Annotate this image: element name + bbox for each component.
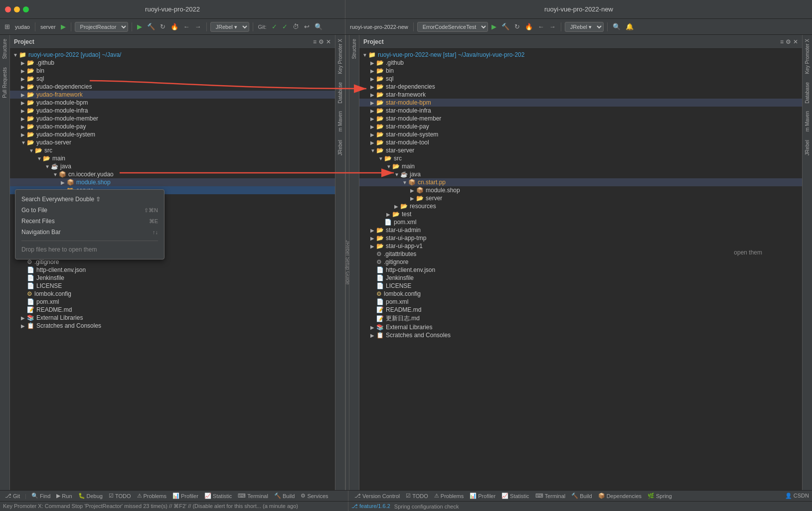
tree-item-module-shop[interactable]: ▶ 📦 module.shop <box>10 178 335 186</box>
tree-item-scratches[interactable]: ▶ 📋 Scratches and Consoles <box>10 322 335 330</box>
r-tree-item-star-module-member[interactable]: ▶ 📂 star-module-member <box>359 115 802 123</box>
maven-tab-left[interactable]: m Maven <box>336 107 344 135</box>
tree-item-pom[interactable]: 📄 pom.xml <box>10 298 335 306</box>
key-promoter-tab-left[interactable]: Key Promoter X <box>336 35 344 78</box>
tree-item-http-client[interactable]: 📄 http-client.env.json <box>10 266 335 274</box>
r-tree-item-readme[interactable]: 📝 README.md <box>359 306 802 314</box>
jrebel-side-tab-left[interactable]: JRebel <box>336 136 344 159</box>
left-file-tree[interactable]: ▼ 📁 ruoyi-vue-pro-2022 [yudao] ~/Java/ ▶… <box>10 49 335 490</box>
tree-item-license[interactable]: 📄 LICENSE <box>10 282 335 290</box>
r-tree-item-github[interactable]: ▶ 📂 .github <box>359 59 802 67</box>
r-tree-item-module-shop[interactable]: ▶ 📦 module.shop <box>359 186 802 194</box>
r-tree-item-star-module-tool[interactable]: ▶ 📂 star-module-tool <box>359 138 802 146</box>
r-reload-btn[interactable]: ↻ <box>513 22 521 31</box>
problems-right-btn[interactable]: ⚠ Problems <box>432 492 466 500</box>
search-icon[interactable]: 🔍 <box>313 22 324 31</box>
reload-btn[interactable]: ↻ <box>159 22 167 31</box>
statistic-status-btn-left[interactable]: 📈 Statistic <box>202 492 234 500</box>
r-tree-item-license[interactable]: 📄 LICENSE <box>359 282 802 290</box>
terminal-status-btn-left[interactable]: ⌨ Terminal <box>236 492 270 500</box>
r-tree-item-pom-server[interactable]: 📄 pom.xml <box>359 218 802 226</box>
r-tree-item-java[interactable]: ▼ ☕ java <box>359 170 802 178</box>
r-tree-item-cn-start[interactable]: ▼ 📦 cn.start.pp <box>359 178 802 186</box>
r-tree-item-star-framework[interactable]: ▶ 📂 star-framework <box>359 91 802 99</box>
git-status-btn[interactable]: ⎇ Git <box>3 492 22 500</box>
run-icon[interactable]: ▶ <box>59 22 67 31</box>
tree-item-github[interactable]: ▶ 📂 .github <box>10 59 335 67</box>
r-tree-item-external-libs[interactable]: ▶ 📚 External Libraries <box>359 323 802 331</box>
r-tree-item-jenkinsfile[interactable]: 📄 Jenkinsfile <box>359 274 802 282</box>
right-file-tree[interactable]: ▼ 📁 ruoyi-vue-pro-2022-new [star] ~/Java… <box>359 49 802 490</box>
r-tree-item-bin[interactable]: ▶ 📂 bin <box>359 67 802 75</box>
hotswap-btn[interactable]: 🔥 <box>169 22 180 31</box>
r-tree-item-main[interactable]: ▼ 📂 main <box>359 162 802 170</box>
build-btn[interactable]: 🔨 <box>146 22 157 31</box>
r-tree-item-server[interactable]: ▶ 📂 server <box>359 194 802 202</box>
jrebel-dropdown-left[interactable]: JRebel ▾ <box>210 22 249 32</box>
r-tree-item-star-module-pay[interactable]: ▶ 📂 star-module-pay <box>359 123 802 130</box>
recent-files-item[interactable]: Recent Files ⌘E <box>21 216 158 227</box>
r-tree-item-star-ui-admin[interactable]: ▶ 📂 star-ui-admin <box>359 226 802 234</box>
jrebel-side-tab-right[interactable]: JRebel <box>804 136 811 159</box>
r-back-btn[interactable]: ← <box>536 22 546 31</box>
collapse-all-icon-right[interactable]: ≡ <box>780 38 784 45</box>
build-status-btn-left[interactable]: 🔨 Build <box>272 492 297 500</box>
git-undo[interactable]: ↩ <box>303 22 311 31</box>
r-hotswap-btn[interactable]: 🔥 <box>523 22 534 31</box>
play-btn[interactable]: ▶ <box>136 22 144 31</box>
search-everywhere-item[interactable]: Search Everywhere Double ⇧ <box>21 194 158 205</box>
tree-item-external-libs[interactable]: ▶ 📚 External Libraries <box>10 314 335 322</box>
tree-item-sql[interactable]: ▶ 📂 sql <box>10 75 335 83</box>
r-tree-item-star-ui-app-tmp[interactable]: ▶ 📂 star-ui-app-tmp <box>359 234 802 242</box>
r-tree-item-star-module-infra[interactable]: ▶ 📂 star-module-infra <box>359 107 802 115</box>
go-to-file-item[interactable]: Go to File ⇧⌘N <box>21 205 158 216</box>
tree-item-yudao-module-infra[interactable]: ▶ 📂 yudao-module-infra <box>10 107 335 115</box>
terminal-right-btn[interactable]: ⌨ Terminal <box>533 492 568 500</box>
r-tree-item-update-log[interactable]: 📝 更新日志.md <box>359 314 802 323</box>
error-code-dropdown[interactable]: ErrorCodeServiceTest <box>417 22 488 32</box>
pull-requests-tab[interactable]: Pull Requests <box>1 63 8 102</box>
r-tree-item-resources[interactable]: ▶ 📂 resources <box>359 202 802 210</box>
tree-item-readme[interactable]: 📝 README.md <box>10 306 335 314</box>
problems-status-btn[interactable]: ⚠ Problems <box>135 492 168 500</box>
todo-status-btn[interactable]: ☑ TODO <box>107 492 133 500</box>
version-control-btn[interactable]: ⎇ Version Control <box>352 492 402 500</box>
r-tree-item-star-module-bpm[interactable]: ▶ 📂 star-module-bpm <box>359 99 802 107</box>
minimize-button[interactable] <box>14 6 20 12</box>
project-reactor-dropdown[interactable]: ProjectReactor <box>75 22 128 32</box>
tree-item-lombok[interactable]: ⚙ lombok.config <box>10 290 335 298</box>
profiler-status-btn[interactable]: 📊 Profiler <box>170 492 200 500</box>
tree-item-cn-iocoder[interactable]: ▼ 📦 cn.iocoder.yudao <box>10 170 335 178</box>
jrebel-dropdown-right[interactable]: JRebel ▾ <box>565 22 604 32</box>
tree-item-yudao-server[interactable]: ▼ 📂 yudao-server <box>10 138 335 146</box>
services-status-btn[interactable]: ⚙ Services <box>299 492 330 500</box>
database-tab-right[interactable]: Database <box>804 78 811 108</box>
r-tree-item-scratches[interactable]: ▶ 📋 Scratches and Consoles <box>359 331 802 339</box>
maven-tab-right[interactable]: m Maven <box>804 107 811 135</box>
window-controls[interactable] <box>5 6 29 12</box>
tree-item-yudao-module-bpm[interactable]: ▶ 📂 yudao-module-bpm <box>10 99 335 107</box>
database-tab-left[interactable]: Database <box>336 78 344 108</box>
structure-tab-left[interactable]: Structure <box>1 35 8 63</box>
back-btn[interactable]: ← <box>182 22 191 31</box>
todo-right-btn[interactable]: ☑ TODO <box>404 492 430 500</box>
r-tree-item-star-deps[interactable]: ▶ 📂 star-dependencies <box>359 83 802 91</box>
collapse-all-icon[interactable]: ≡ <box>313 38 317 45</box>
tree-item-main[interactable]: ▼ 📂 main <box>10 154 335 162</box>
tree-item-yudao-deps[interactable]: ▶ 📂 yudao-dependencies <box>10 83 335 91</box>
r-tree-item-sql[interactable]: ▶ 📂 sql <box>359 75 802 83</box>
r-notifications-icon[interactable]: 🔔 <box>624 22 635 31</box>
r-fwd-btn[interactable]: → <box>548 22 557 31</box>
find-status-btn[interactable]: 🔍 Find <box>29 492 52 500</box>
r-tree-item-test[interactable]: ▶ 📂 test <box>359 210 802 218</box>
r-tree-item-http-client[interactable]: 📄 http-client.env.json <box>359 266 802 274</box>
settings-icon-right[interactable]: ⚙ <box>786 38 791 45</box>
r-tree-item-star-server[interactable]: ▼ 📂 star-server <box>359 146 802 154</box>
tree-item-java[interactable]: ▼ ☕ java <box>10 162 335 170</box>
tree-root-right[interactable]: ▼ 📁 ruoyi-vue-pro-2022-new [star] ~/Java… <box>359 51 802 59</box>
r-play-btn[interactable]: ▶ <box>490 22 498 31</box>
statistic-right-btn[interactable]: 📈 Statistic <box>499 492 531 500</box>
navigation-bar-item[interactable]: Navigation Bar ↑↓ <box>21 227 158 238</box>
close-button[interactable] <box>5 6 11 12</box>
r-tree-item-src[interactable]: ▼ 📂 src <box>359 154 802 162</box>
